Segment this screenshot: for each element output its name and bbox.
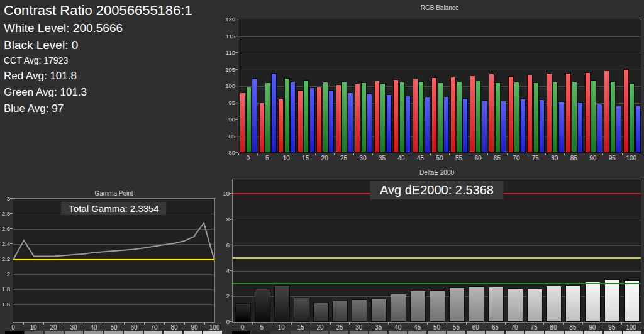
x-axis-tick <box>507 153 508 155</box>
x-axis-tick-label: 15 <box>302 155 309 162</box>
rgb-bar-red <box>297 90 303 153</box>
grid-line <box>233 271 641 272</box>
rgb-bar-red <box>508 76 514 153</box>
rgb-bar-red <box>489 74 494 153</box>
x-axis-tick-label: 75 <box>532 155 539 162</box>
x-axis-tick <box>104 323 104 325</box>
grid-line <box>233 220 641 220</box>
rgb-bar-green <box>341 81 347 153</box>
y-axis-tick-label: 2.4 <box>0 240 10 247</box>
gray-swatch <box>486 331 504 334</box>
gray-swatch <box>203 331 222 334</box>
x-axis-tick-label: 5 <box>265 155 269 162</box>
rgb-bar-green <box>323 82 328 153</box>
rgb-bar-red <box>240 92 245 153</box>
x-axis-tick <box>564 153 565 155</box>
y-axis-tick-label: 3 <box>0 195 10 202</box>
rgb-bar-blue <box>558 101 564 153</box>
x-axis-tick <box>296 153 296 155</box>
x-axis-tick <box>447 323 447 325</box>
x-axis-tick-label: 25 <box>340 155 347 162</box>
rgb-bar-blue <box>539 99 545 153</box>
deltae-bar <box>255 289 270 322</box>
x-axis-tick-label: 30 <box>70 324 77 331</box>
rgb-bar-red <box>547 73 552 153</box>
deltae-bar <box>352 299 367 322</box>
x-axis-tick <box>430 153 431 155</box>
y-axis-tick-label: 1.8 <box>0 286 10 292</box>
x-axis-tick <box>257 153 258 155</box>
rgb-bar-red <box>450 77 456 153</box>
grayscale-swatch-strip-left <box>5 331 222 334</box>
rgb-bar-red <box>604 70 609 153</box>
x-axis-tick-label: 0 <box>11 324 15 331</box>
x-axis-tick-label: 100 <box>209 324 220 331</box>
x-axis-tick-label: 80 <box>550 324 557 331</box>
rgb-bar-blue <box>328 90 334 153</box>
rgb-bar-blue <box>635 106 641 153</box>
x-axis-tick <box>238 153 239 155</box>
x-axis-tick-label: 40 <box>90 324 97 331</box>
rgb-bar-green <box>361 82 367 153</box>
x-axis-tick-label: 65 <box>492 324 499 331</box>
deltae-bar <box>371 299 387 322</box>
x-axis-tick <box>369 323 369 325</box>
rgb-bar-red <box>623 69 629 153</box>
x-axis-tick <box>334 153 335 155</box>
gray-swatch <box>84 331 103 334</box>
rgb-bar-green <box>265 82 270 153</box>
x-axis-tick-label: 15 <box>297 324 304 331</box>
x-axis-tick <box>408 323 408 325</box>
x-axis-tick <box>563 323 564 325</box>
x-axis-tick <box>84 323 84 325</box>
rgb-bar-blue <box>482 100 487 153</box>
x-axis-tick <box>622 153 623 155</box>
x-axis-tick <box>526 153 526 155</box>
y-axis-tick <box>10 198 13 199</box>
black-level-text: Black Level: 0 <box>4 36 192 53</box>
rgb-bar-red <box>316 87 322 153</box>
y-axis-tick-label: 1.6 <box>0 301 10 308</box>
gray-swatch <box>525 331 543 334</box>
y-axis-tick-label: 105 <box>216 66 235 73</box>
gray-swatch <box>408 331 426 334</box>
grayscale-swatch-strip-right <box>232 331 641 334</box>
deltae-bar <box>604 279 620 322</box>
x-axis-tick <box>330 323 331 325</box>
gray-swatch <box>584 331 602 334</box>
x-axis-tick <box>311 323 311 325</box>
x-axis-tick <box>43 323 44 325</box>
rgb-bar-blue <box>386 94 392 153</box>
deltae-bar <box>546 286 562 322</box>
gray-swatch <box>65 331 84 334</box>
x-axis-tick-label: 80 <box>551 155 558 162</box>
x-axis-tick-label: 5 <box>260 324 264 331</box>
rgb-bar-blue <box>597 104 602 153</box>
deltae-bar <box>235 303 251 322</box>
gray-swatch <box>271 331 289 334</box>
rgb-bar-blue <box>462 98 468 153</box>
gray-swatch <box>164 331 182 334</box>
y-axis-tick-label: 10 <box>211 190 230 197</box>
x-axis-tick-label: 65 <box>494 155 501 162</box>
y-axis-tick <box>235 119 238 120</box>
rgb-bar-red <box>355 84 360 153</box>
x-axis-tick <box>487 153 488 155</box>
total-gamma-label: Total Gamma: 2.3354 <box>61 202 166 215</box>
gray-swatch <box>467 331 485 334</box>
x-axis-tick-label: 35 <box>375 324 382 331</box>
gray-swatch <box>330 331 348 334</box>
rgb-bar-green <box>438 82 443 153</box>
grid-line <box>233 245 641 246</box>
x-axis-tick <box>252 323 253 325</box>
deltae-bar <box>410 291 426 322</box>
gray-swatch <box>5 331 24 334</box>
gamma-target-line <box>13 259 214 260</box>
y-axis-tick <box>235 69 238 70</box>
contrast-ratio-text: Contrast Ratio 20056655186:1 <box>4 2 192 19</box>
x-axis-tick-label: 50 <box>436 155 443 162</box>
rgb-bar-blue <box>271 73 277 153</box>
y-axis-tick <box>230 245 232 245</box>
gamma-point-chart: Total Gamma: 2.3354 <box>13 198 215 323</box>
y-axis-tick <box>230 193 232 194</box>
